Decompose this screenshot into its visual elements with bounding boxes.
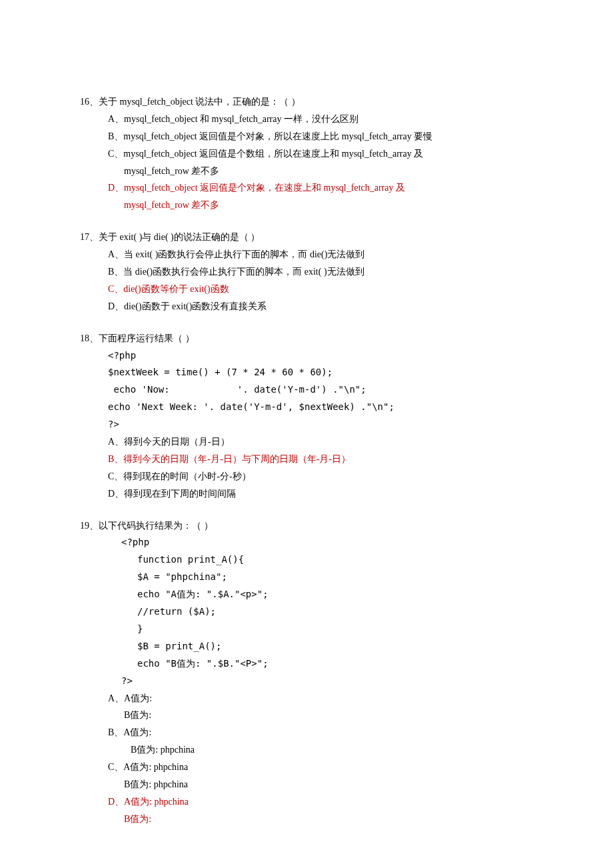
code-line: <?php <box>80 534 533 551</box>
question-stem: 16、关于 mysql_fetch_object 说法中，正确的是：（ ） <box>80 93 533 111</box>
code-line: function print_A(){ <box>80 551 533 569</box>
option-c-line1: C、mysql_fetch_object 返回值是个数组，所以在速度上和 mys… <box>108 149 423 159</box>
question-17: 17、关于 exit( )与 die( )的说法正确的是（ ） A、当 exit… <box>80 229 533 315</box>
option-c-line2: mysql_fetch_row 差不多 <box>124 166 219 176</box>
question-19: 19、以下代码执行结果为：（ ） <?php function print_A(… <box>80 517 533 828</box>
option-c-sub: B值为: phpchina <box>80 776 533 793</box>
question-stem: 19、以下代码执行结果为：（ ） <box>80 517 533 535</box>
code-line: $A = "phpchina"; <box>80 569 533 586</box>
code-line: ?> <box>80 673 533 690</box>
code-line: echo "A值为: ".$A."<p>"; <box>80 586 533 603</box>
code-line: ?> <box>80 416 533 433</box>
code-line: } <box>80 621 533 638</box>
option-b: B、当 die()函数执行会停止执行下面的脚本，而 exit( )无法做到 <box>80 263 533 281</box>
option-b: B、A值为: <box>80 724 533 741</box>
option-d: D、得到现在到下周的时间间隔 <box>80 485 533 503</box>
question-18: 18、下面程序运行结果（ ） <?php $nextWeek = time() … <box>80 330 533 503</box>
option-b: B、得到今天的日期（年-月-日）与下周的日期（年-月-日） <box>80 451 533 468</box>
option-b-sub: B值为: phpchina <box>80 741 533 759</box>
option-d: D、A值为: phpchina <box>80 793 533 811</box>
option-c: C、mysql_fetch_object 返回值是个数组，所以在速度上和 mys… <box>80 145 533 180</box>
code-line: //return ($A); <box>80 603 533 621</box>
option-c: C、die()函数等价于 exit()函数 <box>80 281 533 298</box>
code-line: echo "B值为: ".$B."<P>"; <box>80 655 533 673</box>
option-a: A、当 exit( )函数执行会停止执行下面的脚本，而 die()无法做到 <box>80 246 533 263</box>
code-line: echo 'Now: '. date('Y-m-d') ."\n"; <box>80 381 533 399</box>
code-line: echo 'Next Week: '. date('Y-m-d', $nextW… <box>80 399 533 416</box>
option-c: C、A值为: phpchina <box>80 759 533 776</box>
option-d: D、mysql_fetch_object 返回值是个对象，在速度上和 mysql… <box>80 179 533 214</box>
option-a: A、mysql_fetch_object 和 mysql_fetch_array… <box>80 111 533 128</box>
question-stem: 17、关于 exit( )与 die( )的说法正确的是（ ） <box>80 229 533 246</box>
code-line: $nextWeek = time() + (7 * 24 * 60 * 60); <box>80 364 533 381</box>
question-16: 16、关于 mysql_fetch_object 说法中，正确的是：（ ） A、… <box>80 93 533 214</box>
option-a: A、A值为: <box>80 690 533 707</box>
code-line: <?php <box>80 347 533 365</box>
option-d: D、die()函数于 exit()函数没有直接关系 <box>80 298 533 315</box>
option-d-line2: mysql_fetch_row 差不多 <box>124 200 219 210</box>
option-a-sub: B值为: <box>80 707 533 724</box>
code-line: $B = print_A(); <box>80 638 533 655</box>
option-a: A、得到今天的日期（月-日） <box>80 433 533 451</box>
option-b: B、mysql_fetch_object 返回值是个对象，所以在速度上比 mys… <box>80 128 533 145</box>
option-d-line1: D、mysql_fetch_object 返回值是个对象，在速度上和 mysql… <box>108 183 405 193</box>
option-c: C、得到现在的时间（小时-分-秒） <box>80 468 533 485</box>
option-d-sub: B值为: <box>80 811 533 828</box>
question-stem: 18、下面程序运行结果（ ） <box>80 330 533 347</box>
